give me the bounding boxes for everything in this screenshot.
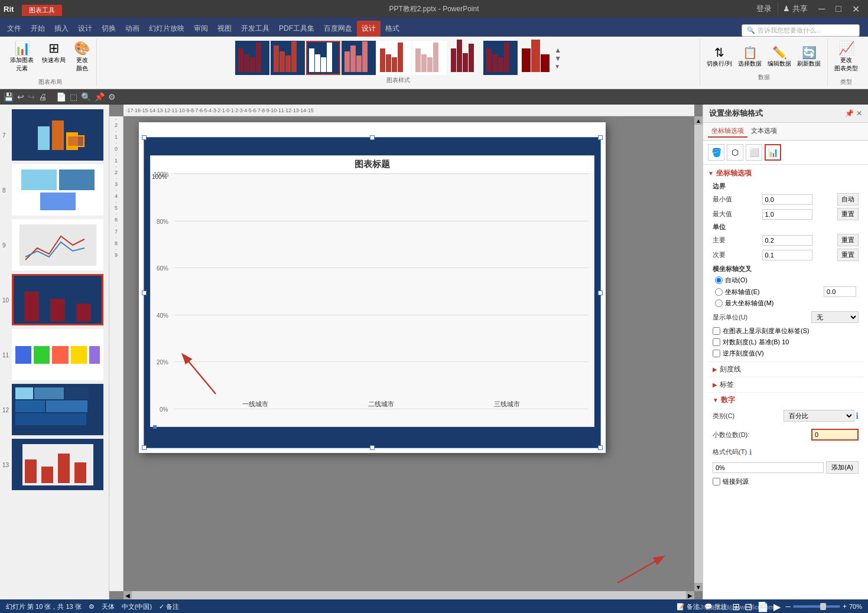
radio-max-axis-input[interactable] — [715, 299, 723, 307]
tab-animation[interactable]: 动画 — [121, 21, 144, 37]
chart-style-3[interactable] — [306, 41, 340, 75]
cross-value-input[interactable] — [824, 286, 856, 297]
close-button[interactable]: ✕ — [847, 2, 864, 16]
change-chart-type-button[interactable]: 📈 更改图表类型 — [833, 39, 860, 74]
chart-style-2[interactable] — [271, 41, 305, 75]
switch-row-col-button[interactable]: ⇅ 切换行/列 — [705, 44, 734, 70]
radio-axis-value-input[interactable] — [715, 288, 723, 296]
tab-design[interactable]: 设计 — [73, 21, 97, 37]
tab-baidu[interactable]: 百度网盘 — [319, 21, 357, 37]
panel-pin-button[interactable]: 📌 — [845, 109, 854, 118]
chart-style-9[interactable] — [519, 41, 553, 75]
min-auto-button[interactable]: 自动 — [837, 193, 859, 206]
handle-tl[interactable] — [142, 135, 147, 140]
slide-item-10[interactable]: 10 — [12, 274, 106, 325]
checkbox-show-label-input[interactable] — [713, 327, 720, 335]
style-expand[interactable]: ▼ — [554, 63, 561, 70]
tab-chart-design[interactable]: 设计 — [357, 21, 381, 37]
共享-button[interactable]: ♟ 共享 — [778, 2, 812, 15]
radio-axis-value[interactable]: 坐标轴值(E) — [715, 288, 760, 296]
quick-layout-button[interactable]: ⊞ 快速布局 — [40, 39, 67, 74]
scroll-right-btn[interactable]: ▶ — [686, 591, 694, 599]
search-bar[interactable]: 🔍 告诉我您想要做什么... — [742, 24, 860, 37]
chart-style-7[interactable] — [448, 41, 482, 75]
slide-item-9[interactable]: 9 — [12, 219, 106, 270]
labels-section[interactable]: ▶ 标签 — [708, 377, 863, 392]
qa-icon4[interactable]: 📌 — [95, 92, 105, 102]
max-reset-button[interactable]: 重置 — [837, 208, 859, 220]
tab-start[interactable]: 开始 — [26, 21, 50, 37]
handle-tc[interactable] — [370, 135, 375, 140]
radio-auto-input[interactable] — [715, 276, 723, 284]
maximize-button[interactable]: □ — [831, 2, 846, 15]
major-unit-input[interactable] — [762, 235, 812, 246]
tab-review[interactable]: 审阅 — [189, 21, 213, 37]
slide-item-11[interactable]: 11 — [12, 329, 106, 380]
major-reset-button[interactable]: 重置 — [837, 234, 859, 246]
radio-auto[interactable]: 自动(O) — [708, 276, 863, 285]
zoom-slider[interactable] — [793, 605, 840, 608]
add-chart-element-button[interactable]: 📊 添加图表元素 — [8, 39, 35, 74]
tick-marks-section[interactable]: ▶ 刻度线 — [708, 361, 863, 377]
zoom-out-button[interactable]: ─ — [785, 602, 791, 611]
chart-style-5[interactable] — [377, 41, 411, 75]
tab-pdf[interactable]: PDF工具集 — [274, 21, 319, 37]
checkbox-reverse-scale-input[interactable] — [713, 350, 720, 357]
chart-style-1[interactable] — [235, 41, 269, 75]
panel-close-button[interactable]: ✕ — [856, 109, 862, 118]
decimal-input[interactable] — [811, 429, 859, 441]
min-value-input[interactable] — [762, 194, 812, 205]
slide-item-8[interactable]: 8 — [12, 164, 106, 216]
handle-ml[interactable] — [142, 291, 147, 295]
panel-icon-chart[interactable]: 📊 — [765, 144, 781, 161]
chart-style-4[interactable] — [342, 41, 376, 75]
format-code-input[interactable] — [713, 462, 824, 473]
tab-view[interactable]: 视图 — [213, 21, 236, 37]
print-button[interactable]: 🖨 — [38, 92, 47, 102]
style-scroll-down[interactable]: ▼ — [554, 55, 561, 62]
number-section-header[interactable]: ▼ 数字 — [708, 392, 863, 407]
slide-item-13[interactable]: 13 — [12, 439, 106, 490]
redo-button[interactable]: ↪ — [28, 92, 35, 102]
handle-bl[interactable] — [142, 445, 147, 450]
slideshow-button[interactable]: ▶ — [773, 601, 781, 612]
undo-button[interactable]: ↩ — [17, 92, 24, 102]
panel-icon-border[interactable]: ⬡ — [727, 144, 743, 161]
slide-item-7[interactable]: 7 — [12, 109, 106, 161]
scroll-left-btn[interactable]: ◀ — [123, 591, 132, 599]
slide-item-12[interactable]: 12 — [12, 384, 106, 435]
horizontal-scrollbar[interactable]: ◀ ▶ — [123, 591, 694, 599]
qa-icon2[interactable]: ⬚ — [70, 92, 77, 102]
minimize-button[interactable]: ─ — [814, 2, 830, 15]
panel-icon-effects[interactable]: ⬜ — [746, 144, 762, 161]
axis-options-header[interactable]: ▼ 坐标轴选项 — [708, 168, 863, 178]
minor-reset-button[interactable]: 重置 — [837, 249, 859, 261]
radio-max-axis[interactable]: 最大坐标轴值(M) — [708, 299, 863, 308]
scroll-up-btn[interactable]: ▲ — [694, 116, 703, 125]
link-source-checkbox[interactable] — [713, 478, 720, 485]
minor-unit-input[interactable] — [762, 250, 812, 260]
refresh-data-button[interactable]: 🔄 刷新数据 — [795, 44, 823, 70]
handle-br[interactable] — [598, 445, 603, 450]
category-info-icon[interactable]: ℹ — [856, 411, 859, 420]
qa-icon5[interactable]: ⚙ — [108, 92, 116, 102]
chart-container[interactable]: 图表标题 100% 100% 80% 60% 40% 20% — [144, 137, 601, 448]
chart-style-6[interactable] — [412, 41, 447, 75]
checkbox-log-scale-input[interactable] — [713, 338, 720, 346]
panel-icon-fill[interactable]: 🪣 — [708, 144, 724, 161]
tab-developer[interactable]: 开发工具 — [236, 21, 274, 37]
vertical-scrollbar[interactable]: ▲ ▼ — [694, 116, 703, 591]
tab-transition[interactable]: 切换 — [97, 21, 121, 37]
zoom-percent[interactable]: 70% — [849, 603, 862, 610]
handle-bc[interactable] — [370, 445, 375, 450]
chart-style-8[interactable] — [483, 41, 518, 75]
format-add-button[interactable]: 添加(A) — [826, 461, 859, 474]
qa-icon3[interactable]: 🔍 — [81, 92, 91, 102]
category-select[interactable]: 百分比 — [784, 410, 854, 422]
tab-format[interactable]: 格式 — [381, 21, 404, 37]
tab-insert[interactable]: 插入 — [50, 21, 73, 37]
panel-tab-axis-options[interactable]: 坐标轴选项 — [708, 125, 747, 138]
save-qa-button[interactable]: 💾 — [4, 92, 14, 102]
format-code-info-icon[interactable]: ℹ — [749, 448, 752, 457]
handle-tr[interactable] — [598, 135, 603, 140]
